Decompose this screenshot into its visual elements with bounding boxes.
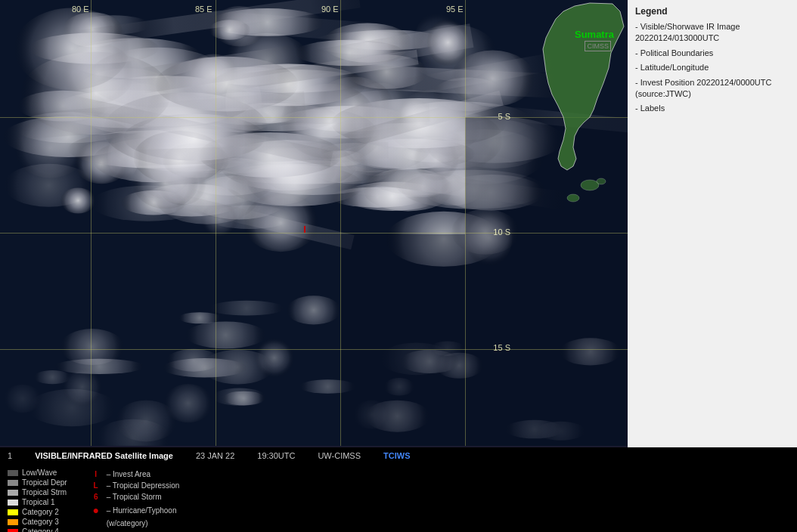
grid-line-95e <box>465 0 466 446</box>
legend-item-4: - Invest Position 20220124/0000UTC (sour… <box>635 77 789 101</box>
symbol-invest: I – Invest Area <box>90 470 180 478</box>
image-type-label: VISIBLE/INFRARED Satellite Image <box>35 451 173 460</box>
symbol-with-category: (w/category) <box>90 519 180 527</box>
legend-item-2: - Political Boundaries <box>635 48 789 59</box>
lon-label-90e: 90 E <box>321 5 339 14</box>
label-category-4: Category 4 <box>22 527 59 532</box>
label-invest: – Invest Area <box>107 470 150 478</box>
label-tropical-depr: Tropical Depr <box>22 478 67 487</box>
cimss-link[interactable]: TCIWS <box>383 451 410 460</box>
invest-marker: I <box>301 224 313 236</box>
svg-point-2 <box>597 178 606 184</box>
grid-line-80e <box>91 0 91 446</box>
grid-line-10s <box>0 233 628 234</box>
symbol-tropical-depression: L – Tropical Depression <box>90 481 180 490</box>
date-label: 23 JAN 22 <box>196 451 234 460</box>
label-hurricane: – Hurricane/Typhoon <box>107 506 177 515</box>
swatch-tropical-depr <box>8 480 18 486</box>
label-low-wave: Low/Wave <box>22 469 57 477</box>
intensity-tropical-strm: Tropical Strm <box>8 488 67 496</box>
hurricane-symbol: ● <box>90 504 102 516</box>
swatch-tropical-strm <box>8 490 18 496</box>
intensity-tropical-1: Tropical 1 <box>8 498 67 506</box>
cimss-watermark: CIMSS <box>585 41 611 51</box>
lon-label-80e: 80 E <box>72 5 89 14</box>
intensity-low-wave: Low/Wave <box>8 469 67 477</box>
swatch-category-3 <box>8 519 18 525</box>
tropical-storm-symbol: 6 <box>90 493 102 501</box>
intensity-legend: Low/Wave Tropical Depr Tropical Strm Tro… <box>8 469 67 527</box>
swatch-category-2 <box>8 509 18 515</box>
label-tropical-strm: Tropical Strm <box>22 488 67 496</box>
lon-label-95e: 95 E <box>446 5 464 14</box>
lon-label-85e: 85 E <box>195 5 212 14</box>
svg-point-1 <box>567 194 579 202</box>
source-label: UW-CIMSS <box>318 451 361 460</box>
grid-line-90e <box>340 0 341 446</box>
legend-item-1: - Visible/Shorwave IR Image 20220124/013… <box>635 21 789 45</box>
legend-title: Legend <box>635 6 789 17</box>
lat-label-15s: 15 S <box>493 343 510 352</box>
symbol-tropical-storm: 6 – Tropical Storm <box>90 493 180 501</box>
satellite-map: 80 E 85 E 90 E 95 E 5 S 10 S 15 S Sumatr… <box>0 0 628 446</box>
sumatra-label: Sumatra <box>575 29 614 40</box>
tropical-depression-symbol: L <box>90 481 102 490</box>
symbol-hurricane: ● – Hurricane/Typhoon <box>90 504 180 516</box>
intensity-category-2: Category 2 <box>8 508 67 516</box>
status-number: 1 <box>8 451 12 460</box>
swatch-low-wave <box>8 470 18 476</box>
symbol-legend: I – Invest Area L – Tropical Depression … <box>90 470 180 527</box>
time-label: 19:30UTC <box>257 451 295 460</box>
invest-symbol: I <box>90 470 102 478</box>
swatch-tropical-1 <box>8 500 18 506</box>
bottom-legend: Low/Wave Tropical Depr Tropical Strm Tro… <box>0 464 797 532</box>
grid-line-15s <box>0 349 628 350</box>
legend-panel: Legend - Visible/Shorwave IR Image 20220… <box>628 0 797 447</box>
lat-label-10s: 10 S <box>493 227 510 237</box>
intensity-category-4: Category 4 <box>8 527 67 532</box>
label-tropical-1: Tropical 1 <box>22 498 55 506</box>
label-with-category: (w/category) <box>107 519 148 527</box>
intensity-tropical-depr: Tropical Depr <box>8 478 67 487</box>
intensity-category-3: Category 3 <box>8 518 67 526</box>
grid-line-85e <box>216 0 216 446</box>
label-category-3: Category 3 <box>22 518 59 526</box>
svg-point-0 <box>581 180 599 190</box>
label-tropical-depression: – Tropical Depression <box>107 481 180 490</box>
svg-text:I: I <box>303 224 306 235</box>
label-category-2: Category 2 <box>22 508 59 516</box>
swatch-category-4 <box>8 529 18 533</box>
status-bar: 1 VISIBLE/INFRARED Satellite Image 23 JA… <box>0 447 797 464</box>
label-tropical-storm: – Tropical Storm <box>107 493 162 501</box>
legend-item-5: - Labels <box>635 103 789 114</box>
legend-item-3: - Latitude/Longitude <box>635 62 789 73</box>
